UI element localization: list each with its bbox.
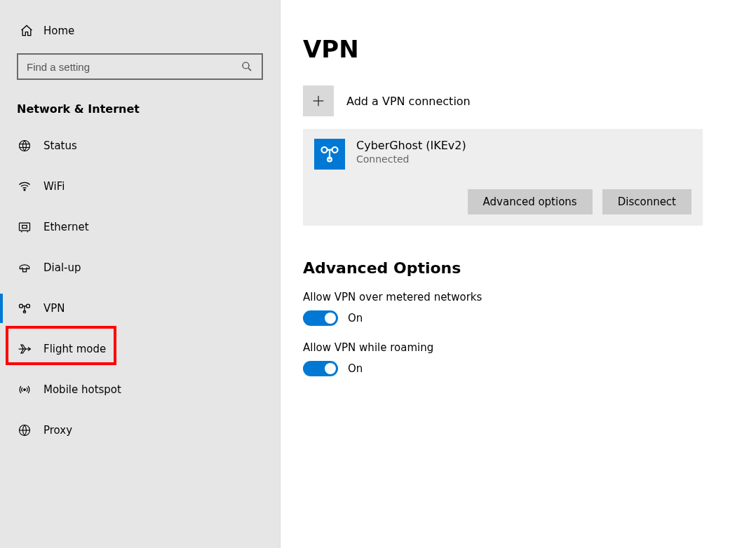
vpn-connection-card[interactable]: CyberGhost (IKEv2) Connected Advanced op… — [303, 129, 703, 226]
advanced-options-button[interactable]: Advanced options — [468, 189, 593, 214]
toggle-metered-block: Allow VPN over metered networks On — [303, 291, 721, 326]
vpn-status: Connected — [356, 153, 466, 165]
wifi-icon — [17, 179, 32, 194]
svg-point-12 — [27, 304, 30, 308]
svg-point-20 — [332, 147, 338, 153]
sidebar-item-proxy[interactable]: Proxy — [0, 410, 280, 451]
svg-rect-9 — [22, 226, 27, 228]
sidebar-home-label: Home — [43, 25, 74, 37]
sidebar-item-flightmode[interactable]: Flight mode — [0, 329, 280, 369]
sidebar-item-label: Ethernet — [43, 221, 89, 233]
home-icon — [17, 24, 36, 38]
svg-point-0 — [243, 62, 249, 69]
airplane-icon — [17, 341, 32, 357]
toggle-roaming-label: Allow VPN while roaming — [303, 341, 721, 354]
sidebar-item-label: WiFi — [43, 180, 65, 193]
add-vpn-label: Add a VPN connection — [346, 95, 471, 108]
sidebar: Home Network & Internet Status — [0, 0, 281, 548]
sidebar-item-label: Status — [43, 139, 77, 152]
svg-rect-6 — [20, 223, 30, 231]
disconnect-button[interactable]: Disconnect — [602, 189, 691, 214]
add-vpn-button[interactable]: Add a VPN connection — [303, 85, 721, 116]
toggle-roaming-block: Allow VPN while roaming On — [303, 341, 721, 376]
sidebar-item-dialup[interactable]: Dial-up — [0, 247, 280, 288]
svg-line-1 — [248, 68, 251, 71]
proxy-icon — [17, 423, 32, 438]
sidebar-item-vpn[interactable]: VPN — [0, 288, 280, 329]
hotspot-icon — [17, 382, 32, 397]
vpn-info: CyberGhost (IKEv2) Connected — [356, 139, 466, 165]
svg-point-19 — [322, 147, 328, 153]
toggle-metered[interactable] — [303, 310, 338, 326]
toggle-roaming-state: On — [348, 362, 363, 375]
svg-point-11 — [20, 304, 23, 308]
toggle-metered-state: On — [348, 312, 363, 324]
sidebar-item-label: Mobile hotspot — [43, 383, 121, 396]
sidebar-item-label: Proxy — [43, 424, 72, 437]
search-box[interactable] — [17, 53, 263, 80]
vpn-connection-icon — [314, 139, 345, 170]
globe-icon — [17, 138, 32, 153]
svg-rect-10 — [23, 269, 27, 272]
toggle-metered-label: Allow VPN over metered networks — [303, 291, 721, 303]
vpn-icon — [17, 301, 32, 316]
svg-point-5 — [24, 189, 25, 191]
sidebar-category: Network & Internet — [0, 93, 280, 125]
svg-point-2 — [20, 141, 30, 151]
search-icon — [241, 60, 253, 73]
sidebar-item-status[interactable]: Status — [0, 125, 280, 166]
sidebar-item-hotspot[interactable]: Mobile hotspot — [0, 369, 280, 410]
page-title: VPN — [303, 35, 721, 63]
sidebar-item-label: Dial-up — [43, 261, 81, 274]
sidebar-item-label: VPN — [43, 302, 65, 315]
svg-point-14 — [24, 389, 26, 391]
main-panel: VPN Add a VPN connection CyberGhost — [281, 0, 756, 548]
toggle-roaming[interactable] — [303, 361, 338, 376]
sidebar-item-label: Flight mode — [43, 343, 106, 355]
ethernet-icon — [17, 219, 32, 235]
plus-icon — [303, 85, 334, 116]
sidebar-home[interactable]: Home — [0, 15, 280, 46]
vpn-name: CyberGhost (IKEv2) — [356, 139, 466, 152]
advanced-options-heading: Advanced Options — [303, 259, 721, 277]
sidebar-item-ethernet[interactable]: Ethernet — [0, 207, 280, 247]
dialup-icon — [17, 260, 32, 275]
search-input[interactable] — [27, 61, 241, 73]
sidebar-item-wifi[interactable]: WiFi — [0, 166, 280, 207]
